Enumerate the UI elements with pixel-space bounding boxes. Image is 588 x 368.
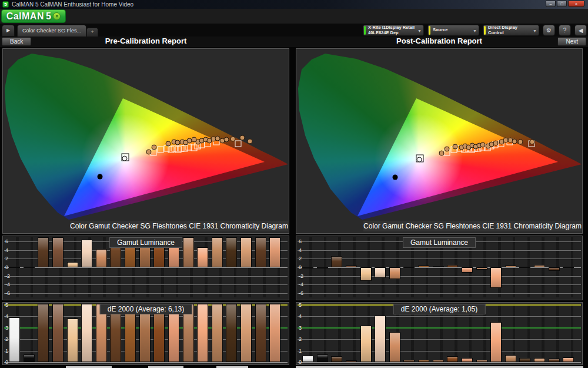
bar (433, 266, 444, 267)
close-button[interactable]: × (568, 1, 584, 7)
bar (240, 237, 252, 267)
bar (360, 267, 372, 281)
source-status-stripe (429, 26, 430, 35)
bar (433, 360, 444, 362)
bar (197, 304, 208, 362)
grid-line (298, 316, 581, 317)
bar (38, 304, 49, 362)
measured-point (230, 137, 236, 142)
bar (563, 357, 574, 362)
bar (549, 359, 560, 362)
display-control-label: Direct Display Control (488, 25, 530, 35)
measured-point (166, 141, 171, 147)
source-dropdown[interactable]: Source ▼ (427, 25, 479, 36)
gear-icon: ⚙ (546, 27, 552, 34)
measured-point (518, 140, 523, 145)
meter-status-stripe (364, 26, 366, 35)
window-title: CalMAN 5 CalMAN Enthusiast for Home Vide… (12, 1, 133, 8)
grid-line (4, 276, 288, 277)
black-point-marker (393, 175, 398, 180)
tick-label: 2 (5, 256, 8, 261)
bar (375, 267, 386, 278)
bar (67, 319, 78, 362)
add-tab-button[interactable]: + (86, 28, 98, 37)
grid-line (4, 284, 288, 285)
white-point-marker (122, 154, 129, 161)
bar (183, 237, 194, 267)
bar (447, 356, 458, 362)
tick-label: 4 (5, 313, 8, 319)
tick-label: -6 (299, 290, 303, 296)
bar (302, 356, 313, 362)
next-button[interactable]: Next (557, 37, 586, 46)
gamut-luminance-chart-pre: 6420-2-4-6 Gamut Luminance (2, 236, 289, 300)
bar (67, 262, 78, 267)
gamut-luminance-chart-post: 6420-2-4-6 Gamut Luminance (296, 236, 583, 300)
chevron-down-icon: ▼ (417, 28, 422, 32)
measured-point (493, 141, 499, 146)
bar (505, 266, 516, 267)
reference-line (298, 327, 581, 329)
app-icon: 5 (2, 1, 9, 8)
bar (269, 304, 280, 362)
bar (389, 267, 400, 279)
tick-label: -6 (5, 290, 10, 296)
display-control-dropdown[interactable]: Direct Display Control ▼ (483, 25, 539, 36)
bar (38, 237, 49, 267)
meter-label: X-Rite i1Display Retail 40LE824E Dep (368, 25, 415, 35)
tick-label: -4 (5, 281, 10, 287)
target-square (158, 147, 164, 153)
tick-label: 2 (5, 336, 8, 342)
bar (490, 322, 502, 362)
collapse-panel-button[interactable]: ◀ (574, 25, 587, 36)
bar (534, 358, 545, 362)
bar (24, 267, 35, 268)
maximize-button[interactable]: □ (557, 1, 567, 7)
bar (197, 247, 208, 267)
tick-label: 3 (299, 324, 302, 330)
bar (563, 267, 574, 268)
cie-diagram-post: Color Gamut Checker SG Fleshtones CIE 19… (296, 48, 583, 234)
grid-line (298, 351, 581, 352)
chart-title: dE 2000 (Average: 6,13) (100, 304, 192, 314)
de2000-chart-post: 543210 dE 2000 (Average: 1,05) (296, 302, 583, 365)
bar (505, 355, 516, 362)
workflow-play-button[interactable]: ▶ (2, 25, 15, 37)
cie-data-points (3, 49, 289, 233)
tick-label: 0 (5, 264, 8, 270)
tab-color-checker-sg[interactable]: Color Checker SG Fles... (17, 25, 86, 37)
help-icon: ? (563, 27, 567, 34)
minimize-button[interactable]: – (546, 1, 556, 7)
meter-dropdown[interactable]: X-Rite i1Display Retail 40LE824E Dep ▼ (363, 25, 424, 36)
grid-line (4, 293, 288, 294)
settings-button[interactable]: ⚙ (543, 25, 555, 36)
bar (476, 360, 487, 362)
pre-calibration-column: Color Gamut Checker SG Fleshtones CIE 19… (2, 48, 289, 367)
white-point-marker (416, 155, 424, 163)
bar (317, 267, 328, 268)
grid-line (298, 362, 581, 363)
tick-label: 0 (299, 359, 302, 365)
bar (462, 358, 473, 362)
measured-point (512, 139, 517, 144)
tick-label: 4 (5, 247, 8, 253)
calman-logo-menu[interactable]: CalMAN 5 ▾ (1, 9, 66, 23)
bar (226, 237, 237, 267)
grid-line (298, 276, 581, 277)
grid-line (298, 250, 581, 251)
measured-point (146, 150, 152, 155)
tab-row: ▶ Color Checker SG Fles... + X-Rite i1Di… (0, 24, 588, 37)
tick-label: 6 (5, 238, 8, 244)
chevron-down-icon: ▾ (53, 12, 61, 20)
bar (212, 304, 223, 362)
help-button[interactable]: ? (559, 25, 571, 36)
bar (255, 237, 266, 267)
logo-text: CalMAN (6, 11, 44, 22)
tick-label: -4 (299, 281, 303, 287)
bar (9, 317, 20, 362)
measured-point (530, 140, 535, 145)
bar (226, 304, 237, 362)
main-content: Color Gamut Checker SG Fleshtones CIE 19… (0, 47, 588, 368)
logo-number: 5 (46, 11, 51, 22)
bar (418, 360, 429, 362)
